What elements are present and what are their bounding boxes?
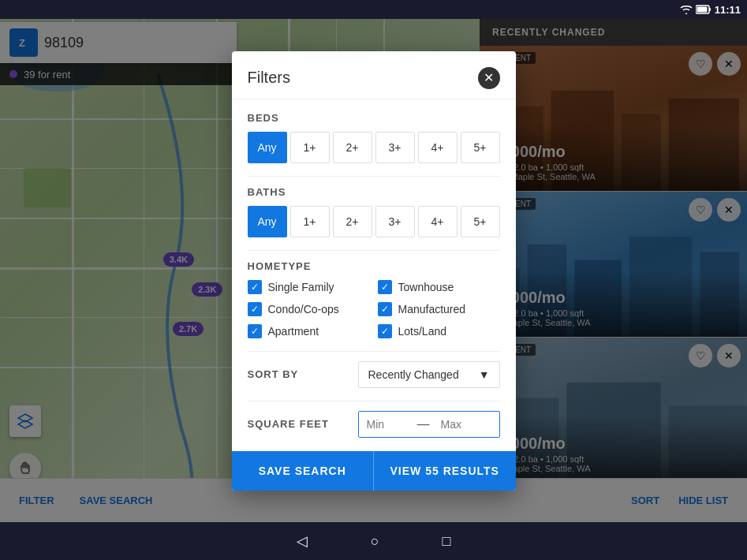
hometype-grid: ✓ Single Family ✓ Townhouse ✓ Condo/Co-o… bbox=[248, 280, 500, 338]
checkbox-manufactured[interactable]: ✓ bbox=[378, 302, 392, 316]
chevron-down-icon: ▼ bbox=[479, 368, 490, 381]
beds-3plus-button[interactable]: 3+ bbox=[375, 132, 415, 163]
beds-2plus-button[interactable]: 2+ bbox=[333, 132, 372, 163]
beds-label: BEDS bbox=[248, 112, 500, 124]
hometype-condo[interactable]: ✓ Condo/Co-ops bbox=[248, 302, 370, 316]
time-display: 11:11 bbox=[715, 4, 741, 16]
hometype-single-family[interactable]: ✓ Single Family bbox=[248, 280, 370, 294]
back-button[interactable]: ◁ bbox=[297, 532, 308, 550]
svg-rect-8 bbox=[697, 7, 707, 13]
baths-button-group: Any 1+ 2+ 3+ 4+ 5+ bbox=[248, 206, 500, 237]
modal-title: Filters bbox=[248, 69, 290, 87]
baths-2plus-button[interactable]: 2+ bbox=[333, 206, 372, 237]
beds-1plus-button[interactable]: 1+ bbox=[290, 132, 330, 163]
modal-close-button[interactable]: ✕ bbox=[478, 67, 500, 89]
sqft-row: SQUARE FEET — bbox=[248, 411, 500, 438]
beds-5plus-button[interactable]: 5+ bbox=[461, 132, 500, 163]
baths-5plus-button[interactable]: 5+ bbox=[461, 206, 500, 237]
filter-modal: Filters ✕ BEDS Any 1+ 2+ 3+ 4+ 5+ BATHS … bbox=[232, 51, 516, 491]
hometype-label: HOMETYPE bbox=[248, 260, 500, 272]
wifi-icon bbox=[680, 5, 693, 14]
checkbox-single-family[interactable]: ✓ bbox=[248, 280, 262, 294]
sort-row: SORT BY Recently Changed ▼ bbox=[248, 361, 500, 388]
sqft-input-group: — bbox=[358, 411, 500, 438]
baths-1plus-button[interactable]: 1+ bbox=[290, 206, 330, 237]
beds-any-button[interactable]: Any bbox=[248, 132, 287, 163]
recents-button[interactable]: □ bbox=[443, 533, 451, 550]
view-results-button[interactable]: VIEW 55 RESULTS bbox=[373, 451, 516, 491]
baths-4plus-button[interactable]: 4+ bbox=[418, 206, 458, 237]
hometype-lots-land[interactable]: ✓ Lots/Land bbox=[378, 324, 500, 338]
baths-label: BATHS bbox=[248, 186, 500, 198]
android-nav-bar: ◁ ○ □ bbox=[0, 522, 747, 560]
hometype-manufactured[interactable]: ✓ Manufactured bbox=[378, 302, 500, 316]
checkbox-lots-land[interactable]: ✓ bbox=[378, 324, 392, 338]
sqft-max-input[interactable] bbox=[433, 412, 488, 437]
modal-footer: SAVE SEARCH VIEW 55 RESULTS bbox=[232, 450, 516, 491]
hometype-apartment[interactable]: ✓ Apartment bbox=[248, 324, 370, 338]
checkbox-condo[interactable]: ✓ bbox=[248, 302, 262, 316]
checkbox-townhouse[interactable]: ✓ bbox=[378, 280, 392, 294]
sort-select[interactable]: Recently Changed ▼ bbox=[358, 361, 500, 388]
battery-icon bbox=[696, 5, 712, 14]
checkbox-apartment[interactable]: ✓ bbox=[248, 324, 262, 338]
home-button[interactable]: ○ bbox=[371, 533, 379, 550]
save-search-button[interactable]: SAVE SEARCH bbox=[232, 451, 374, 491]
sqft-min-input[interactable] bbox=[359, 412, 414, 437]
status-bar: 11:11 bbox=[0, 0, 747, 19]
baths-any-button[interactable]: Any bbox=[248, 206, 287, 237]
hometype-townhouse[interactable]: ✓ Townhouse bbox=[378, 280, 500, 294]
sqft-separator: — bbox=[414, 417, 433, 431]
baths-3plus-button[interactable]: 3+ bbox=[375, 206, 415, 237]
beds-button-group: Any 1+ 2+ 3+ 4+ 5+ bbox=[248, 132, 500, 163]
modal-header: Filters ✕ bbox=[232, 51, 516, 99]
modal-overlay[interactable]: Filters ✕ BEDS Any 1+ 2+ 3+ 4+ 5+ BATHS … bbox=[0, 19, 747, 522]
sqft-label: SQUARE FEET bbox=[248, 418, 329, 430]
beds-4plus-button[interactable]: 4+ bbox=[418, 132, 458, 163]
svg-rect-7 bbox=[709, 8, 711, 11]
sort-label: SORT BY bbox=[248, 368, 299, 380]
